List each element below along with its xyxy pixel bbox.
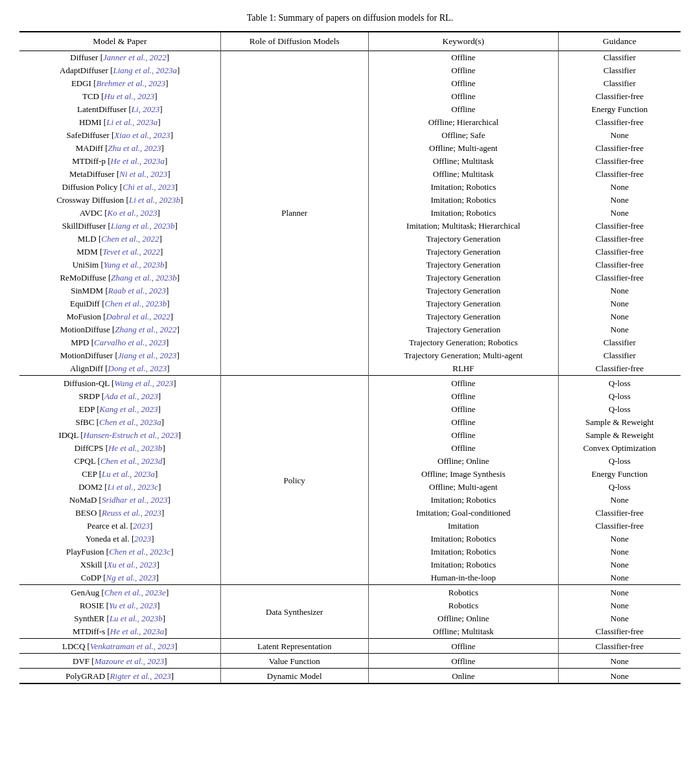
cell-guidance: Q-loss — [558, 390, 681, 403]
cell-model: XSkill [Xu et al., 2023] — [19, 558, 220, 571]
cell-model: AVDC [Ko et al., 2023] — [19, 207, 220, 220]
cell-guidance: Classifier-free — [558, 246, 681, 258]
cell-keyword: Trajectory Generation — [368, 297, 558, 310]
cell-model: Diffusion Policy [Chi et al., 2023] — [19, 181, 220, 194]
cell-keyword: Trajectory Generation; Robotics — [368, 336, 558, 349]
cell-guidance: Classifier-free — [558, 90, 681, 103]
cell-model: GenAug [Chen et al., 2023e] — [19, 585, 220, 600]
cell-model: TCD [Hu et al., 2023] — [19, 90, 220, 103]
cell-keyword: Trajectory Generation; Multi-agent — [368, 349, 558, 362]
cell-guidance: Q-loss — [558, 403, 681, 416]
cell-guidance: Classifier — [558, 51, 681, 65]
table-title: Table 1: Summary of papers on diffusion … — [19, 13, 681, 23]
cell-keyword: Offline; Multitask — [368, 155, 558, 168]
cell-guidance: Classifier-free — [558, 625, 681, 639]
cell-guidance: Sample & Reweight — [558, 429, 681, 442]
cell-model: MotionDiffuser [Jiang et al., 2023] — [19, 349, 220, 362]
cell-model: Yoneda et al. [2023] — [19, 533, 220, 546]
cell-keyword: Offline — [368, 90, 558, 103]
cell-model: ROSIE [Yu et al., 2023] — [19, 599, 220, 612]
cell-model: MADiff [Zhu et al., 2023] — [19, 142, 220, 155]
cell-guidance: Classifier — [558, 336, 681, 349]
cell-model: BESO [Reuss et al., 2023] — [19, 507, 220, 520]
cell-guidance: None — [558, 654, 681, 669]
cell-model: MLD [Chen et al., 2022] — [19, 233, 220, 246]
cell-keyword: RLHF — [368, 362, 558, 376]
cell-guidance: Classifier-free — [558, 639, 681, 654]
cell-role: Planner — [220, 51, 368, 376]
cell-guidance: Classifier-free — [558, 116, 681, 129]
cell-guidance: Classifier-free — [558, 155, 681, 168]
cell-model: CoDP [Ng et al., 2023] — [19, 571, 220, 585]
cell-guidance: None — [558, 533, 681, 546]
cell-keyword: Offline — [368, 77, 558, 90]
cell-model: MTDiff-p [He et al., 2023a] — [19, 155, 220, 168]
cell-model: LatentDiffuser [Li, 2023] — [19, 103, 220, 116]
cell-guidance: None — [558, 558, 681, 571]
cell-guidance: None — [558, 571, 681, 585]
cell-model: Crossway Diffusion [Li et al., 2023b] — [19, 194, 220, 207]
cell-keyword: Imitation; Robotics — [368, 494, 558, 507]
cell-keyword: Offline — [368, 64, 558, 77]
cell-keyword: Offline — [368, 639, 558, 654]
cell-model: MetaDiffuser [Ni et al., 2023] — [19, 168, 220, 181]
cell-model: MTDiff-s [He et al., 2023a] — [19, 625, 220, 639]
cell-keyword: Imitation; Robotics — [368, 546, 558, 558]
cell-model: SkillDiffuser [Liang et al., 2023b] — [19, 220, 220, 233]
cell-keyword: Offline — [368, 442, 558, 455]
cell-model: AdaptDiffuser [Liang et al., 2023a] — [19, 64, 220, 77]
cell-role: Value Function — [220, 654, 368, 669]
cell-model: MDM [Tevet et al., 2022] — [19, 246, 220, 258]
cell-model: Pearce et al. [2023] — [19, 520, 220, 533]
cell-model: SinMDM [Raab et al., 2023] — [19, 284, 220, 297]
cell-model: ReMoDiffuse [Zhang et al., 2023b] — [19, 271, 220, 284]
cell-guidance: None — [558, 612, 681, 625]
cell-keyword: Trajectory Generation — [368, 233, 558, 246]
cell-model: IDQL [Hansen-Estruch et al., 2023] — [19, 429, 220, 442]
cell-guidance: Classifier-free — [558, 233, 681, 246]
cell-guidance: Classifier-free — [558, 142, 681, 155]
table-row: Diffuser [Janner et al., 2022]PlannerOff… — [19, 51, 681, 65]
cell-model: CEP [Lu et al., 2023a] — [19, 468, 220, 481]
cell-guidance: None — [558, 323, 681, 336]
cell-guidance: Q-loss — [558, 376, 681, 391]
cell-keyword: Offline — [368, 103, 558, 116]
cell-model: UniSim [Yang et al., 2023b] — [19, 258, 220, 271]
cell-keyword: Imitation; Robotics — [368, 181, 558, 194]
cell-keyword: Offline — [368, 429, 558, 442]
cell-keyword: Offline — [368, 390, 558, 403]
cell-guidance: Q-loss — [558, 481, 681, 494]
header-guidance: Guidance — [558, 32, 681, 51]
cell-guidance: None — [558, 181, 681, 194]
cell-keyword: Trajectory Generation — [368, 310, 558, 323]
cell-guidance: Classifier-free — [558, 362, 681, 376]
cell-keyword: Offline; Multitask — [368, 168, 558, 181]
cell-keyword: Trajectory Generation — [368, 246, 558, 258]
cell-keyword: Offline; Multitask — [368, 625, 558, 639]
table-row: PolyGRAD [Rigter et al., 2023]Dynamic Mo… — [19, 669, 681, 684]
cell-keyword: Trajectory Generation — [368, 323, 558, 336]
cell-model: EDP [Kang et al., 2023] — [19, 403, 220, 416]
cell-guidance: None — [558, 129, 681, 142]
cell-guidance: None — [558, 207, 681, 220]
cell-guidance: Classifier — [558, 349, 681, 362]
cell-guidance: Classifier-free — [558, 520, 681, 533]
cell-model: EquiDiff [Chen et al., 2023b] — [19, 297, 220, 310]
cell-keyword: Imitation; Robotics — [368, 558, 558, 571]
cell-keyword: Robotics — [368, 585, 558, 600]
cell-keyword: Trajectory Generation — [368, 284, 558, 297]
cell-keyword: Online — [368, 669, 558, 684]
cell-guidance: Sample & Reweight — [558, 416, 681, 429]
cell-keyword: Offline — [368, 654, 558, 669]
cell-keyword: Imitation; Robotics — [368, 533, 558, 546]
cell-guidance: None — [558, 669, 681, 684]
cell-guidance: None — [558, 297, 681, 310]
cell-model: MoFusion [Dabral et al., 2022] — [19, 310, 220, 323]
table-row: DVF [Mazoure et al., 2023]Value Function… — [19, 654, 681, 669]
cell-keyword: Imitation; Multitask; Hierarchical — [368, 220, 558, 233]
cell-guidance: None — [558, 546, 681, 558]
cell-keyword: Offline; Online — [368, 455, 558, 468]
cell-keyword: Offline — [368, 376, 558, 391]
table-row: LDCQ [Venkatraman et al., 2023]Latent Re… — [19, 639, 681, 654]
cell-guidance: None — [558, 494, 681, 507]
